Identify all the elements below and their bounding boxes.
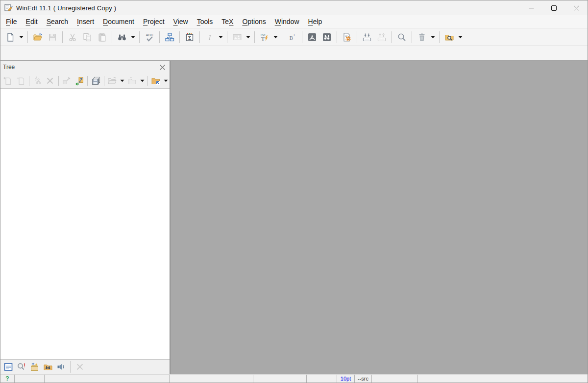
close-button[interactable] [565, 0, 588, 15]
tree-panel-header: Tree [0, 61, 170, 73]
image-icon [232, 32, 242, 42]
toolbar-separator [282, 31, 282, 43]
tree-add-document-button[interactable] [1, 74, 14, 87]
winedt-app-icon [4, 3, 13, 12]
paste-button[interactable] [95, 30, 109, 44]
tree-save-all-button[interactable] [89, 74, 102, 87]
new-document-icon [5, 32, 15, 42]
open-document-button[interactable] [30, 30, 45, 44]
tree-open-button[interactable] [106, 74, 119, 87]
pin-focus-icon [74, 76, 84, 86]
announce-icon [56, 362, 66, 372]
zoom-button[interactable] [394, 30, 409, 44]
find-in-files-button[interactable] [41, 360, 54, 373]
font-size-status[interactable]: 10pt [337, 375, 355, 383]
doc-add-icon [3, 76, 13, 86]
maximize-button[interactable] [542, 0, 565, 15]
italic-icon: I [205, 32, 215, 42]
menu-item-search[interactable]: Search [42, 15, 73, 28]
explore-folder-button-dropdown[interactable] [457, 30, 464, 44]
text-style-button[interactable]: I [202, 30, 217, 44]
tree-remove-document-button[interactable] [14, 74, 27, 87]
menu-item-tools[interactable]: Tools [193, 15, 218, 28]
new-document-button-dropdown[interactable] [18, 30, 25, 44]
menu-item-help[interactable]: Help [304, 15, 327, 28]
tree-collect-button[interactable] [126, 74, 139, 87]
chevron-down-icon [19, 36, 24, 39]
close-icon [160, 65, 165, 70]
gather-button[interactable] [28, 360, 41, 373]
project-open-button[interactable] [149, 74, 162, 87]
tree-content[interactable] [0, 89, 170, 359]
pdf-viewer-button[interactable] [305, 30, 319, 44]
tree-open-button-dropdown[interactable] [119, 74, 126, 88]
tree-pin-focus-button[interactable] [73, 74, 86, 87]
new-document-button[interactable] [3, 30, 18, 44]
svg-text:?: ? [5, 375, 9, 382]
svg-text:+: + [293, 33, 295, 38]
status-seg-2 [45, 375, 170, 383]
tree-toolbar [0, 73, 170, 89]
search-button-dropdown[interactable] [129, 30, 137, 44]
panel-close-button[interactable] [73, 360, 86, 373]
bibtex-button[interactable]: B+ [285, 30, 299, 44]
find-error-button[interactable]: ! [15, 360, 28, 373]
chevron-down-icon [431, 36, 435, 39]
copy-button[interactable] [80, 30, 95, 44]
delete-x-icon [45, 76, 55, 86]
gui-symbols-button[interactable]: Σ [182, 30, 197, 44]
menu-item-tex[interactable]: TeX [217, 15, 238, 28]
search-button[interactable] [115, 30, 129, 44]
project-open-button-dropdown[interactable] [162, 74, 170, 88]
save-document-button[interactable] [45, 30, 60, 44]
menu-item-window[interactable]: Window [270, 15, 304, 28]
svg-text:!: ! [24, 362, 25, 368]
pdf-search-button[interactable] [319, 30, 334, 44]
svg-text:I: I [208, 33, 212, 41]
pdf-texify-button[interactable]: PDFT [257, 30, 272, 44]
toolbar-separator [27, 31, 28, 43]
menu-label: Project [143, 18, 165, 25]
help-status: ? [0, 375, 15, 383]
content-area: Tree ! [0, 61, 588, 374]
menu-label: Tools [197, 18, 213, 25]
toolbar-separator [392, 31, 392, 43]
spell-check-button[interactable]: ABC [142, 30, 157, 44]
insert-image-button[interactable] [230, 30, 245, 44]
pdf-texify-button-dropdown[interactable] [272, 30, 279, 44]
toolbar-separator [254, 31, 255, 43]
delete-button-dropdown[interactable] [429, 30, 437, 44]
tree-rebuild-button[interactable] [31, 74, 44, 87]
menu-item-project[interactable]: Project [139, 15, 169, 28]
document-tree-button[interactable] [162, 30, 177, 44]
tree-collect-button-dropdown[interactable] [139, 74, 146, 88]
status-bar: ?10pt--src [0, 374, 588, 383]
status-seg-8 [372, 375, 418, 383]
delete-button[interactable] [415, 30, 429, 44]
menu-item-document[interactable]: Document [98, 15, 139, 28]
menu-item-view[interactable]: View [169, 15, 193, 28]
menu-item-insert[interactable]: Insert [73, 15, 98, 28]
cut-button[interactable] [65, 30, 80, 44]
toolbar-separator [439, 31, 440, 43]
project-folder-icon [151, 76, 161, 86]
svg-text:ABC: ABC [146, 33, 153, 37]
tree-unpin-button[interactable] [60, 74, 73, 87]
insert-image-button-dropdown[interactable] [245, 30, 252, 44]
tree-panel-close-button[interactable] [158, 63, 167, 72]
insert-shortcuts-button[interactable] [360, 30, 374, 44]
menu-item-options[interactable]: Options [238, 15, 270, 28]
toolbar-separator [227, 31, 227, 43]
minimize-button[interactable] [520, 0, 542, 15]
announce-button[interactable] [54, 360, 68, 373]
execution-modes-button[interactable] [340, 30, 354, 44]
text-style-button-dropdown[interactable] [217, 30, 224, 44]
tree-delete-button[interactable] [44, 74, 56, 87]
remove-shortcuts-button[interactable] [374, 30, 389, 44]
explore-folder-button[interactable] [442, 30, 457, 44]
toolbar-separator [357, 31, 357, 43]
console-button[interactable] [1, 360, 15, 373]
menu-item-edit[interactable]: Edit [22, 15, 42, 28]
menu-item-file[interactable]: File [1, 15, 22, 28]
tree-bottom-toolbar: ! [0, 359, 170, 374]
